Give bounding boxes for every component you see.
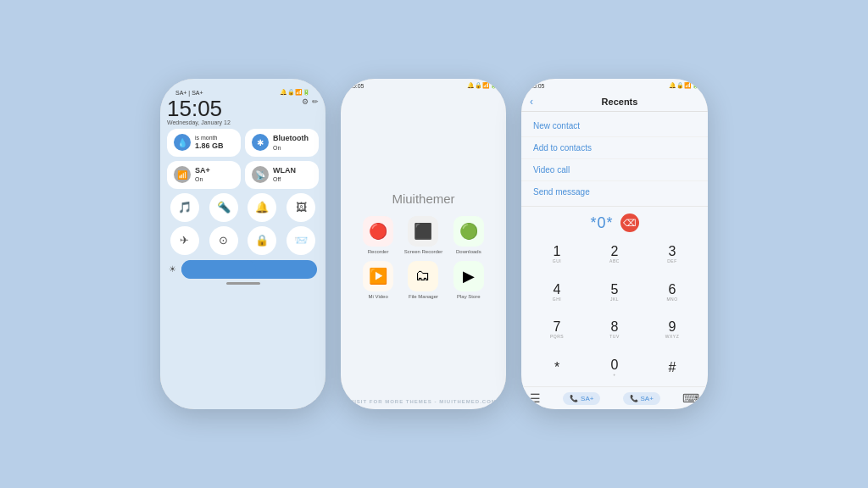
contact-label-1: SA+ <box>581 395 593 402</box>
recents-send-message[interactable]: Send message <box>521 181 708 202</box>
status-carrier: SA+ | SA+ <box>175 90 203 96</box>
airplane-btn[interactable]: ✈ <box>170 226 199 255</box>
recorder-icon: 🔴 <box>363 216 393 247</box>
settings-icon[interactable]: ⚙ <box>302 97 309 106</box>
app-grid: 🔴 Recorder ⬛ Screen Recorder 🟢 Downloads… <box>350 216 496 299</box>
cc-top-icons: ⚙ ✏ <box>302 97 319 106</box>
mi-video-label: Mi Video <box>369 294 388 299</box>
brightness-icon: ☀ <box>169 264 176 274</box>
keypad-icon[interactable]: ⌨ <box>682 391 699 405</box>
key-7[interactable]: 7PQRS <box>528 311 586 349</box>
back-button[interactable]: ‹ <box>530 96 533 108</box>
cc-widgets: 💧 is month 1.86 GB ✱ Bluetooth On 📶 SA+ <box>167 129 319 189</box>
phone-icon-2: 📞 <box>630 395 638 402</box>
icons-3: 🔔🔒📶🔋 <box>669 82 699 89</box>
app-drawer-title: Miuithemer <box>392 191 454 206</box>
status-icons-symbols: 🔔🔒📶🔋 <box>280 89 310 96</box>
edit-icon[interactable]: ✏ <box>312 97 319 106</box>
menu-icon[interactable]: ☰ <box>530 391 541 405</box>
contact-button-1[interactable]: 📞 SA+ <box>563 392 600 405</box>
auto-rotate-btn[interactable]: ⊙ <box>209 226 238 255</box>
brightness-slider[interactable] <box>181 260 317 279</box>
file-manager-label: File Manager <box>409 294 438 299</box>
key-4[interactable]: 4GHI <box>528 274 586 312</box>
status-bar-2: 15:05 🔔🔒📶🔋 <box>341 79 506 91</box>
recents-list: New contact Add to contacts Video call S… <box>521 112 708 207</box>
cc-date: Wednesday, January 12 <box>167 119 231 125</box>
recents-new-contact[interactable]: New contact <box>521 115 708 137</box>
key-6[interactable]: 6MNO <box>643 274 701 312</box>
status-icons-2: 🔔🔒📶🔋 <box>467 82 498 89</box>
recents-title: Recents <box>540 97 699 107</box>
cc-widget-wlan[interactable]: 📡 WLAN Off <box>245 161 319 189</box>
downloads-label: Downloads <box>456 249 481 254</box>
wifi-icon: 📡 <box>252 166 269 183</box>
app-downloads[interactable]: 🟢 Downloads <box>449 216 487 254</box>
wlan-status: Off <box>273 175 296 183</box>
cc-buttons-row1: 🎵 🔦 🔔 🖼 <box>167 193 319 222</box>
key-8[interactable]: 8TUV <box>586 311 643 349</box>
phone-2: 15:05 🔔🔒📶🔋 Miuithemer 🔴 Recorder ⬛ Scree… <box>341 79 506 409</box>
bluetooth-icon: ✱ <box>252 134 269 151</box>
sa-label: SA+ <box>195 166 210 175</box>
status-bar-3: 15:05 🔔🔒📶🔋 <box>521 79 708 91</box>
key-0[interactable]: 0+ <box>586 349 643 387</box>
mi-video-icon: ▶️ <box>363 261 393 291</box>
cc-widget-data[interactable]: 💧 is month 1.86 GB <box>167 129 241 157</box>
cc-widget-bluetooth[interactable]: ✱ Bluetooth On <box>245 129 319 157</box>
cc-buttons-row2: ✈ ⊙ 🔒 📨 <box>167 226 319 255</box>
play-store-icon: ▶ <box>453 261 484 291</box>
screen-recorder-label: Screen Recorder <box>404 249 442 254</box>
key-hash[interactable]: # <box>643 349 701 387</box>
icons-2: 🔔🔒📶🔋 <box>467 82 498 89</box>
dialer-header: ‹ Recents <box>521 91 708 112</box>
key-2[interactable]: 2ABC <box>586 236 643 274</box>
delete-button[interactable]: ⌫ <box>620 214 639 232</box>
cc-clock-section: 15:05 Wednesday, January 12 <box>167 97 231 125</box>
contact-button-2[interactable]: 📞 SA+ <box>623 392 660 405</box>
app-screen-recorder[interactable]: ⬛ Screen Recorder <box>404 216 442 254</box>
app-play-store[interactable]: ▶ Play Store <box>449 261 487 299</box>
key-5[interactable]: 5JKL <box>586 274 643 312</box>
send-btn[interactable]: 📨 <box>287 226 315 255</box>
key-3[interactable]: 3DEF <box>643 236 701 274</box>
cc-clock: 15:05 <box>167 97 231 119</box>
status-time-3: 15:05 <box>530 83 545 89</box>
status-icons-3: 🔔🔒📶🔋 <box>669 82 699 89</box>
app-mi-video[interactable]: ▶️ Mi Video <box>359 261 397 299</box>
dnd-btn[interactable]: 🔔 <box>248 193 276 222</box>
recorder-label: Recorder <box>368 249 389 254</box>
key-star[interactable]: * <box>528 349 586 387</box>
play-store-label: Play Store <box>457 294 481 299</box>
dialer-screen: 15:05 🔔🔒📶🔋 ‹ Recents New contact Add to … <box>521 79 708 409</box>
key-9[interactable]: 9WXYZ <box>643 311 701 349</box>
contact-label-2: SA+ <box>641 395 654 402</box>
file-manager-icon: 🗂 <box>408 261 438 291</box>
screenshot-btn[interactable]: 🖼 <box>287 193 315 222</box>
brightness-row: ☀ <box>167 260 319 279</box>
wlan-label: WLAN <box>273 166 296 175</box>
app-recorder[interactable]: 🔴 Recorder <box>359 216 397 254</box>
brightness-fill <box>181 260 256 279</box>
key-1[interactable]: 1GUI <box>528 236 586 274</box>
keypad: 1GUI 2ABC 3DEF 4GHI 5JKL 6MNO 7PQRS 8TUV… <box>521 236 708 386</box>
signal-icon: 📶 <box>174 166 191 183</box>
status-icons-1: 🔔🔒📶🔋 <box>280 89 310 96</box>
recents-add-contact[interactable]: Add to contacts <box>521 137 708 159</box>
watermark: VISIT FOR MORE THEMES - MIUITHEMED.COM <box>350 399 497 409</box>
downloads-icon: 🟢 <box>453 216 484 247</box>
lock-btn[interactable]: 🔒 <box>248 226 276 255</box>
recents-video-call[interactable]: Video call <box>521 159 708 181</box>
app-file-manager[interactable]: 🗂 File Manager <box>404 261 442 299</box>
data-value: 1.86 GB <box>195 141 224 150</box>
bluetooth-status: On <box>273 144 309 152</box>
cc-widget-sa[interactable]: 📶 SA+ On <box>167 161 241 189</box>
dialer-bottom-bar: ☰ 📞 SA+ 📞 SA+ ⌨ <box>521 386 708 409</box>
flashlight-btn[interactable]: 🔦 <box>209 193 238 222</box>
status-time-2: 15:05 <box>349 83 364 89</box>
app-drawer-screen: 15:05 🔔🔒📶🔋 Miuithemer 🔴 Recorder ⬛ Scree… <box>341 79 506 409</box>
vibrate-btn[interactable]: 🎵 <box>170 193 199 222</box>
screen-recorder-icon: ⬛ <box>408 216 438 247</box>
data-icon: 💧 <box>174 134 191 151</box>
home-indicator <box>226 282 260 285</box>
